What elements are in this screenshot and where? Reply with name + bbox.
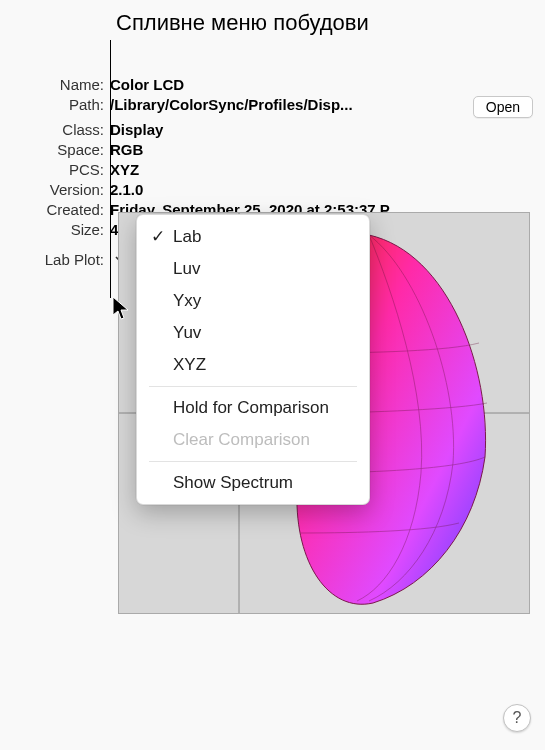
value-name: Color LCD: [110, 76, 533, 93]
label-name: Name:: [0, 76, 110, 93]
popup-item-show-spectrum[interactable]: Show Spectrum: [137, 467, 369, 499]
popup-item-label: XYZ: [173, 355, 206, 375]
popup-item-yuv[interactable]: Yuv: [137, 317, 369, 349]
row-space: Space: RGB: [0, 141, 545, 158]
label-path: Path:: [0, 96, 110, 113]
label-pcs: PCS:: [0, 161, 110, 178]
value-class: Display: [110, 121, 533, 138]
plot-popup-menu: ✓LabLuvYxyYuvXYZ Hold for ComparisonClea…: [136, 214, 370, 505]
open-button[interactable]: Open: [473, 96, 533, 118]
popup-item-clear-comparison: Clear Comparison: [137, 424, 369, 456]
row-pcs: PCS: XYZ: [0, 161, 545, 178]
row-name: Name: Color LCD: [0, 76, 545, 93]
popup-item-yxy[interactable]: Yxy: [137, 285, 369, 317]
value-pcs: XYZ: [110, 161, 533, 178]
row-class: Class: Display: [0, 121, 545, 138]
popup-item-lab[interactable]: ✓Lab: [137, 220, 369, 253]
popup-item-label: Show Spectrum: [173, 473, 293, 493]
check-icon: ✓: [151, 226, 173, 247]
value-path: /Library/ColorSync/Profiles/Disp...: [110, 96, 467, 113]
label-space: Space:: [0, 141, 110, 158]
popup-separator: [149, 386, 357, 387]
popup-item-luv[interactable]: Luv: [137, 253, 369, 285]
popup-separator: [149, 461, 357, 462]
popup-item-label: Hold for Comparison: [173, 398, 329, 418]
row-path: Path: /Library/ColorSync/Profiles/Disp..…: [0, 96, 545, 118]
row-version: Version: 2.1.0: [0, 181, 545, 198]
label-class: Class:: [0, 121, 110, 138]
callout-label: Спливне меню побудови: [116, 10, 369, 36]
popup-item-label: Clear Comparison: [173, 430, 310, 450]
popup-item-label: Luv: [173, 259, 200, 279]
value-version: 2.1.0: [110, 181, 533, 198]
label-version: Version:: [0, 181, 110, 198]
label-plot: Lab Plot:: [0, 248, 110, 268]
popup-item-hold-for-comparison[interactable]: Hold for Comparison: [137, 392, 369, 424]
label-created: Created:: [0, 201, 110, 218]
label-size: Size:: [0, 221, 110, 238]
popup-item-label: Lab: [173, 227, 201, 247]
value-space: RGB: [110, 141, 533, 158]
help-button[interactable]: ?: [503, 704, 531, 732]
popup-item-label: Yuv: [173, 323, 201, 343]
popup-item-xyz[interactable]: XYZ: [137, 349, 369, 381]
popup-item-label: Yxy: [173, 291, 201, 311]
